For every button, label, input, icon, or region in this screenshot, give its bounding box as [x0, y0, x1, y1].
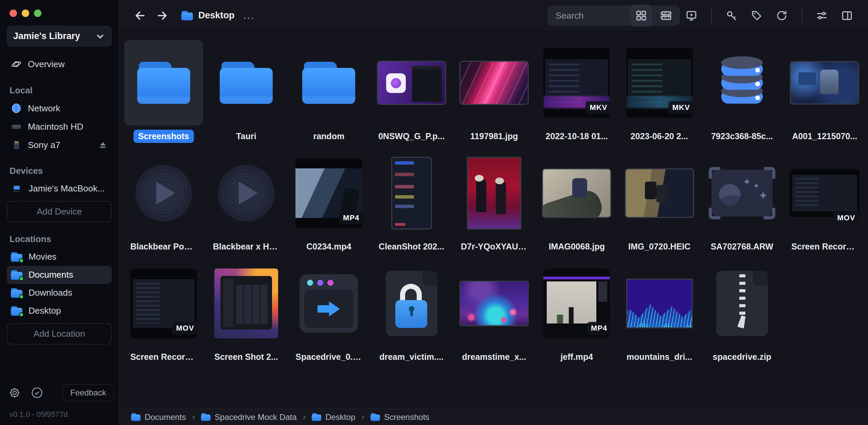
sidebar-footer: Feedback v0.1.0 - 05f9577d [7, 384, 112, 419]
main-panel: Desktop ... Search ⌘F [119, 0, 868, 425]
sidebar-item-overview[interactable]: Overview [7, 55, 112, 74]
close-window-button[interactable] [10, 10, 17, 17]
arrow-right-icon [318, 301, 340, 316]
file-name: 2023-06-20 2... [626, 130, 693, 143]
folder-icon [201, 413, 211, 421]
panel-right-icon [841, 10, 853, 22]
file-name: Blackbear x Ho... [208, 240, 284, 253]
file-extension-badge: MKV [668, 101, 694, 114]
breadcrumb-documents[interactable]: Documents [131, 412, 186, 422]
eject-icon[interactable] [98, 140, 108, 150]
file-item[interactable]: spacedrive.zip [701, 261, 783, 364]
breadcrumb-desktop[interactable]: Desktop [312, 412, 355, 422]
file-item[interactable]: Spacedrive_0.1... [288, 261, 370, 364]
sidebar-item-jamies-macbook[interactable]: Jamie's MacBook... [7, 180, 112, 198]
folder-icon [370, 413, 380, 421]
file-item[interactable]: MP4 C0234.mp4 [288, 150, 370, 253]
file-item[interactable]: Tauri [205, 40, 287, 143]
file-item[interactable]: CleanShot 202... [370, 150, 453, 253]
raw-image-icon: ✦ ✦ ✦ [711, 170, 773, 217]
breadcrumb-screenshots[interactable]: Screenshots [370, 412, 429, 422]
more-options-button[interactable]: ... [243, 10, 255, 21]
file-name: Spacedrive_0.1... [291, 350, 367, 364]
installer-icon [300, 274, 358, 333]
file-item[interactable]: A001_1215070... [783, 40, 866, 143]
file-item[interactable]: 7923c368-85c... [701, 40, 783, 143]
file-item[interactable]: Screenshots [122, 40, 205, 143]
tags-button[interactable] [746, 5, 767, 26]
file-item[interactable]: 1197981.jpg [453, 40, 535, 143]
breadcrumb-spacedrive-mock-data[interactable]: Spacedrive Mock Data [201, 412, 296, 422]
sidebar-item-label: Downloads [29, 288, 72, 298]
file-name: Blackbear Post... [126, 240, 202, 253]
minimize-window-button[interactable] [22, 10, 29, 17]
hard-drive-icon [11, 121, 22, 132]
empty-cell [783, 261, 866, 364]
file-item[interactable]: mountains_dri... [618, 261, 701, 364]
file-name: A001_1215070... [787, 130, 862, 143]
file-item[interactable]: 0NSWQ_G_P.p... [370, 40, 453, 143]
sidebar-item-downloads[interactable]: Downloads [7, 284, 112, 302]
gear-icon[interactable] [8, 386, 21, 399]
file-name: mountains_dri... [622, 350, 697, 364]
sidebar-item-documents[interactable]: Documents [7, 266, 112, 284]
filter-settings-button[interactable] [811, 5, 833, 26]
file-name: 0NSWQ_G_P.p... [374, 130, 449, 143]
add-device-button[interactable]: Add Device [7, 201, 112, 222]
path-bar: Documents › Spacedrive Mock Data › Deskt… [119, 409, 868, 425]
file-item[interactable]: IMAG0068.jpg [536, 150, 618, 253]
back-button[interactable] [134, 9, 147, 22]
file-item[interactable]: D7r-YQoXYAUt... [453, 150, 535, 253]
sidebar-item-movies[interactable]: Movies [7, 248, 112, 266]
folder-icon [220, 62, 273, 104]
file-item[interactable]: IMG_0720.HEIC [618, 150, 701, 253]
folder-icon [11, 252, 22, 262]
key-manager-button[interactable] [721, 5, 742, 26]
zoom-window-button[interactable] [34, 10, 41, 17]
library-switcher[interactable]: Jamie's Library [7, 26, 112, 47]
file-item[interactable]: random [288, 40, 370, 143]
file-name: 1197981.jpg [466, 130, 523, 143]
online-dot [19, 258, 24, 263]
feedback-button[interactable]: Feedback [62, 384, 114, 401]
file-item[interactable]: MOV Screen Recordi... [122, 261, 205, 364]
file-thumbnail-selected [124, 40, 203, 126]
sidebar-item-sony-a7[interactable]: Sony a7 [7, 136, 112, 154]
file-item[interactable]: Blackbear Post... [122, 150, 205, 253]
add-location-button[interactable]: Add Location [7, 323, 112, 345]
list-view-button[interactable] [655, 5, 677, 26]
search-placeholder: Search [556, 11, 583, 21]
inspector-toggle-button[interactable] [836, 5, 858, 26]
file-item[interactable]: ✦ ✦ ✦ SA702768.ARW [701, 150, 783, 253]
file-item[interactable]: MKV 2023-06-20 2... [618, 40, 701, 143]
file-item[interactable]: Blackbear x Ho... [205, 150, 287, 253]
sd-card-icon [11, 140, 22, 150]
online-dot [19, 294, 24, 299]
list-view-icon [660, 10, 672, 22]
image-thumbnail [459, 61, 529, 105]
file-item[interactable]: MP4 jeff.mp4 [536, 261, 618, 364]
file-extension-badge: MOV [833, 211, 859, 224]
check-circle-icon[interactable] [31, 386, 43, 399]
grid-view-button[interactable] [630, 5, 652, 26]
sidebar-item-desktop[interactable]: Desktop [7, 302, 112, 320]
current-location-label: Desktop [198, 10, 235, 21]
current-location-tab[interactable]: Desktop [181, 10, 235, 21]
file-item[interactable]: MKV 2022-10-18 01... [536, 40, 618, 143]
file-item[interactable]: dreamstime_x... [453, 261, 535, 364]
video-thumbnail [790, 169, 860, 217]
sidebar-item-macintosh-hd[interactable]: Macintosh HD [7, 117, 112, 136]
media-view-button[interactable] [681, 5, 702, 26]
folder-icon [137, 62, 190, 104]
refresh-button[interactable] [771, 5, 793, 26]
sidebar-item-network[interactable]: Network [7, 99, 112, 117]
video-thumbnail [790, 61, 859, 105]
app-version: v0.1.0 - 05f9577d [10, 410, 112, 419]
topbar: Desktop ... Search ⌘F [119, 0, 868, 31]
forward-button[interactable] [156, 9, 168, 22]
file-item[interactable]: dream_victim.... [370, 261, 453, 364]
sliders-icon [816, 10, 828, 22]
file-item[interactable]: MOV Screen Recordi... [783, 150, 866, 253]
file-item[interactable]: Screen Shot 2... [205, 261, 287, 364]
file-name: IMAG0068.jpg [544, 240, 610, 253]
